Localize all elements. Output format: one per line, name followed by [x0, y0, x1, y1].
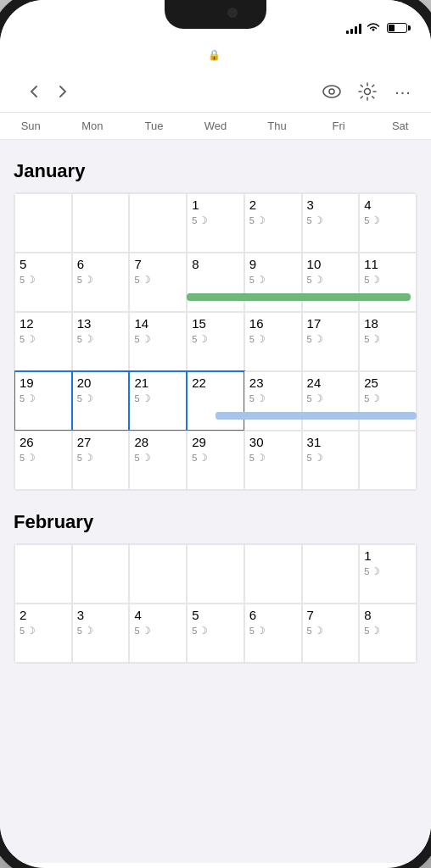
jan-empty-1: [14, 193, 72, 253]
jan-day-19[interactable]: 19 5☽: [14, 371, 72, 431]
january-section: January 1 5☽ 2 5☽: [0, 140, 431, 491]
day-header-thu: Thu: [246, 116, 308, 136]
prev-year-button[interactable]: [22, 80, 46, 103]
jan-day-2[interactable]: 2 5☽: [244, 193, 302, 253]
jan-day-26[interactable]: 26 5☽: [14, 431, 72, 490]
jan-empty-end: [359, 431, 417, 490]
feb-empty-4: [187, 544, 244, 604]
camera-dot: [227, 8, 238, 18]
jan-day-24[interactable]: 24 5☽: [302, 371, 360, 431]
february-title: February: [14, 504, 417, 543]
jan-empty-2: [72, 193, 130, 253]
feb-empty-6: [302, 544, 360, 604]
jan-day-7[interactable]: 7 5☽: [129, 253, 187, 312]
feb-day-5[interactable]: 5 5☽: [187, 604, 244, 663]
toolbar-icons: ···: [321, 81, 414, 103]
feb-day-4[interactable]: 4 5☽: [129, 604, 187, 663]
jan-day-28[interactable]: 28 5☽: [129, 431, 187, 490]
lock-icon: 🔒: [208, 49, 221, 61]
feb-empty-1: [14, 544, 72, 604]
jan-day-10[interactable]: 10 5☽: [302, 253, 360, 312]
feb-day-7[interactable]: 7 5☽: [302, 604, 360, 663]
jan-day-21[interactable]: 21 5☽: [129, 371, 187, 431]
jan-day-14[interactable]: 14 5☽: [129, 312, 187, 371]
jan-day-30[interactable]: 30 5☽: [244, 431, 302, 490]
jan-day-31[interactable]: 31 5☽: [302, 431, 360, 490]
toolbar: ···: [0, 68, 431, 113]
jan-day-4[interactable]: 4 5☽: [359, 193, 417, 253]
feb-day-8[interactable]: 8 5☽: [359, 604, 417, 663]
wifi-icon: [367, 21, 380, 35]
jan-day-22[interactable]: 22 5☽: [187, 371, 244, 431]
day-header-mon: Mon: [62, 116, 124, 136]
more-options-icon[interactable]: ···: [392, 81, 414, 103]
jan-day-15[interactable]: 15 5☽: [187, 312, 244, 371]
calendar-body: January 1 5☽ 2 5☽: [0, 140, 431, 681]
day-headers: Sun Mon Tue Wed Thu Fri Sat: [0, 113, 431, 140]
february-section: February 1 5☽ 2 5☽: [0, 491, 431, 664]
feb-empty-5: [244, 544, 302, 604]
feb-empty-2: [72, 544, 130, 604]
day-header-sat: Sat: [369, 116, 431, 136]
february-grid: 1 5☽ 2 5☽ 3 5☽ 4 5☽: [14, 543, 417, 664]
day-header-sun: Sun: [0, 116, 62, 136]
jan-empty-3: [129, 193, 187, 253]
phone-frame: 🔒: [0, 0, 431, 868]
jan-day-16[interactable]: 16 5☽: [244, 312, 302, 371]
svg-point-0: [323, 86, 340, 97]
status-icons: [346, 21, 407, 35]
feb-empty-3: [129, 544, 187, 604]
january-grid: 1 5☽ 2 5☽ 3 5☽ 4 5☽: [14, 192, 417, 491]
signal-icon: [346, 22, 361, 34]
jan-day-11[interactable]: 11 5☽: [359, 253, 417, 312]
address-bar[interactable]: 🔒: [0, 46, 431, 68]
jan-day-5[interactable]: 5 5☽: [14, 253, 72, 312]
jan-day-25[interactable]: 25 5☽: [359, 371, 417, 431]
jan-day-1[interactable]: 1 5☽: [187, 193, 244, 253]
status-bar: [0, 0, 431, 46]
svg-point-1: [329, 89, 334, 94]
feb-day-2[interactable]: 2 5☽: [14, 604, 72, 663]
content-area: ··· Sun Mon Tue Wed Thu Fri Sat January: [0, 68, 431, 863]
jan-day-12[interactable]: 12 5☽: [14, 312, 72, 371]
jan-day-8[interactable]: 8 5☽: [187, 253, 244, 312]
jan-day-27[interactable]: 27 5☽: [72, 431, 130, 490]
jan-day-13[interactable]: 13 5☽: [72, 312, 130, 371]
day-header-fri: Fri: [308, 116, 370, 136]
svg-point-2: [365, 89, 371, 95]
jan-day-20[interactable]: 20 5☽: [72, 371, 130, 431]
jan-day-6[interactable]: 6 5☽: [72, 253, 130, 312]
battery-icon: [387, 23, 407, 33]
jan-day-23[interactable]: 23 5☽: [244, 371, 302, 431]
notch: [165, 0, 266, 29]
eye-icon[interactable]: [321, 81, 343, 103]
jan-day-18[interactable]: 18 5☽: [359, 312, 417, 371]
next-year-button[interactable]: [51, 80, 75, 103]
jan-day-9[interactable]: 9 5☽: [244, 253, 302, 312]
jan-day-17[interactable]: 17 5☽: [302, 312, 360, 371]
settings-icon[interactable]: [356, 81, 378, 103]
january-title: January: [14, 153, 417, 192]
feb-day-1[interactable]: 1 5☽: [359, 544, 417, 604]
jan-day-3[interactable]: 3 5☽: [302, 193, 360, 253]
feb-day-3[interactable]: 3 5☽: [72, 604, 130, 663]
jan-day-29[interactable]: 29 5☽: [187, 431, 244, 490]
year-nav: [17, 80, 75, 103]
day-header-wed: Wed: [185, 116, 247, 136]
feb-day-6[interactable]: 6 5☽: [244, 604, 302, 663]
day-header-tue: Tue: [123, 116, 185, 136]
